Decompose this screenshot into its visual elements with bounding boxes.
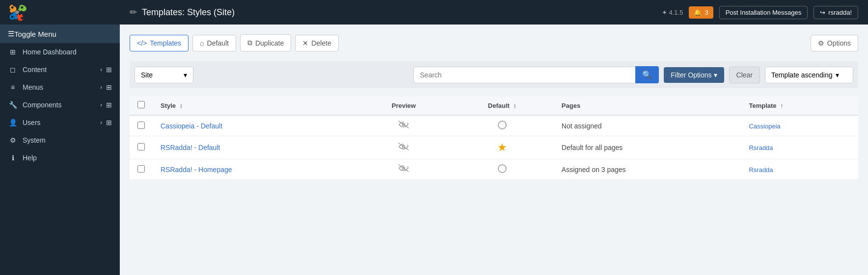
pages-header-label: Pages — [562, 102, 580, 109]
menus-arrow-icon: › — [100, 84, 102, 91]
table-row: RSRadda! - HomepageAssigned on 3 pagesRs… — [130, 159, 858, 180]
templates-icon: </> — [137, 39, 147, 47]
sidebar-item-label: Users — [23, 119, 41, 126]
content-arrow-icon: › — [100, 66, 102, 73]
bell-count: 3 — [705, 9, 708, 16]
post-installation-messages-button[interactable]: Post Installation Messages — [719, 6, 808, 19]
pages-cell: Assigned on 3 pages — [554, 159, 741, 180]
user-label: rsradda! — [828, 9, 852, 16]
default-radio-icon[interactable] — [498, 121, 507, 129]
components-grid-icon[interactable]: ⊞ — [106, 101, 112, 109]
sidebar-item-label: Menus — [23, 83, 43, 91]
template-cell: Rsradda — [741, 136, 858, 159]
users-grid-icon[interactable]: ⊞ — [106, 119, 112, 126]
bell-notifications-button[interactable]: 🔔 3 — [689, 6, 713, 19]
preview-icon — [398, 121, 409, 130]
row-checkbox[interactable] — [137, 165, 145, 173]
sidebar-item-components[interactable]: 🔧 Components › ⊞ — [0, 96, 120, 114]
row-checkbox[interactable] — [137, 122, 145, 129]
style-link[interactable]: RSRadda! - Homepage — [161, 166, 232, 174]
sidebar-item-help[interactable]: ℹ Help — [0, 149, 120, 167]
clear-label: Clear — [736, 71, 753, 79]
search-input[interactable] — [413, 67, 635, 83]
sidebar-item-home-dashboard[interactable]: ⊞ Home Dashboard — [0, 43, 120, 61]
home-icon: ⊞ — [8, 48, 18, 56]
sidebar-item-label: Components — [23, 101, 61, 109]
menus-icon: ≡ — [8, 83, 18, 91]
style-link[interactable]: Cassiopeia - Default — [161, 122, 222, 130]
template-link[interactable]: Rsradda — [749, 144, 773, 151]
select-all-checkbox[interactable] — [137, 101, 145, 108]
table-row: Cassiopeia - DefaultNot assignedCassiope… — [130, 115, 858, 136]
toggle-menu-label: Toggle Menu — [14, 30, 56, 38]
options-label: Options — [827, 39, 851, 47]
preview-cell — [357, 159, 450, 180]
user-menu-button[interactable]: ↪ rsradda! — [814, 6, 858, 19]
sidebar-item-content[interactable]: ◻ Content › ⊞ — [0, 61, 120, 78]
duplicate-button[interactable]: ⧉ Duplicate — [240, 34, 291, 51]
style-sort-icon: ↕ — [180, 102, 183, 109]
post-install-label: Post Installation Messages — [726, 9, 802, 16]
components-icon: 🔧 — [8, 101, 18, 109]
row-checkbox[interactable] — [137, 143, 145, 150]
default-column-header[interactable]: Default ↕ — [451, 96, 554, 115]
search-wrapper: 🔍 — [413, 66, 659, 83]
main-area: ✏ Templates: Styles (Site) ✦ 4.1.5 🔔 3 P… — [120, 0, 868, 275]
filter-options-label: Filter Options — [671, 71, 711, 79]
sidebar-item-menus[interactable]: ≡ Menus › ⊞ — [0, 78, 120, 96]
svg-point-0 — [15, 10, 19, 14]
options-icon: ⚙ — [818, 39, 824, 47]
sidebar-item-system[interactable]: ⚙ System — [0, 131, 120, 149]
table-header-row: Style ↕ Preview Default ↕ Pages — [130, 96, 858, 115]
search-icon: 🔍 — [642, 71, 652, 79]
sidebar-item-label: Help — [23, 154, 37, 162]
site-filter-select[interactable]: Site ▾ — [135, 67, 193, 83]
template-link[interactable]: Cassiopeia — [749, 123, 780, 130]
toggle-menu-item[interactable]: ☰ Toggle Menu — [0, 25, 120, 43]
delete-button[interactable]: ✕ Delete — [295, 35, 338, 51]
joomla-icon: ✦ — [662, 9, 667, 16]
sort-arrow-icon: ▾ — [836, 71, 839, 79]
styles-table: Style ↕ Preview Default ↕ Pages — [130, 96, 858, 180]
default-cell[interactable] — [451, 159, 554, 180]
content-grid-icon[interactable]: ⊞ — [106, 66, 112, 74]
default-button[interactable]: ⌂ Default — [192, 35, 236, 51]
delete-icon: ✕ — [302, 39, 308, 47]
default-sort-icon: ↕ — [514, 102, 516, 109]
default-header-label: Default — [488, 102, 510, 109]
preview-icon — [398, 143, 409, 152]
default-cell[interactable] — [451, 115, 554, 136]
joomla-version: ✦ 4.1.5 — [662, 9, 683, 16]
template-sort-icon: ↑ — [780, 102, 783, 109]
sidebar-item-label: System — [23, 136, 46, 144]
style-column-header[interactable]: Style ↕ — [153, 96, 357, 115]
style-link[interactable]: RSRadda! - Default — [161, 144, 220, 151]
template-cell: Cassiopeia — [741, 115, 858, 136]
templates-button[interactable]: </> Templates — [130, 35, 189, 51]
sidebar: ☰ Toggle Menu ⊞ Home Dashboard ◻ Content… — [0, 0, 120, 275]
menus-grid-icon[interactable]: ⊞ — [106, 83, 112, 91]
preview-header-label: Preview — [392, 102, 416, 109]
template-header-label: Template — [749, 102, 776, 109]
template-column-header[interactable]: Template ↑ — [741, 96, 858, 115]
style-header-label: Style — [161, 102, 176, 109]
default-cell[interactable]: ★ — [451, 136, 554, 159]
bell-icon: 🔔 — [694, 9, 702, 16]
default-radio-icon[interactable] — [498, 164, 507, 173]
sidebar-item-users[interactable]: 👤 Users › ⊞ — [0, 114, 120, 131]
toggle-menu-icon: ☰ — [8, 29, 14, 38]
site-filter-arrow-icon: ▾ — [184, 71, 187, 79]
joomla-logo — [0, 0, 120, 25]
template-link[interactable]: Rsradda — [749, 166, 773, 174]
search-button[interactable]: 🔍 — [635, 66, 659, 83]
clear-button[interactable]: Clear — [729, 67, 760, 83]
help-icon: ℹ — [8, 154, 18, 162]
filter-options-button[interactable]: Filter Options ▾ — [664, 67, 724, 83]
pages-cell: Not assigned — [554, 115, 741, 136]
sort-select[interactable]: Template ascending ▾ — [765, 67, 853, 83]
preview-cell — [357, 115, 450, 136]
template-cell: Rsradda — [741, 159, 858, 180]
pages-cell: Default for all pages — [554, 136, 741, 159]
default-star-icon[interactable]: ★ — [497, 141, 507, 153]
options-button[interactable]: ⚙ Options — [811, 35, 858, 51]
